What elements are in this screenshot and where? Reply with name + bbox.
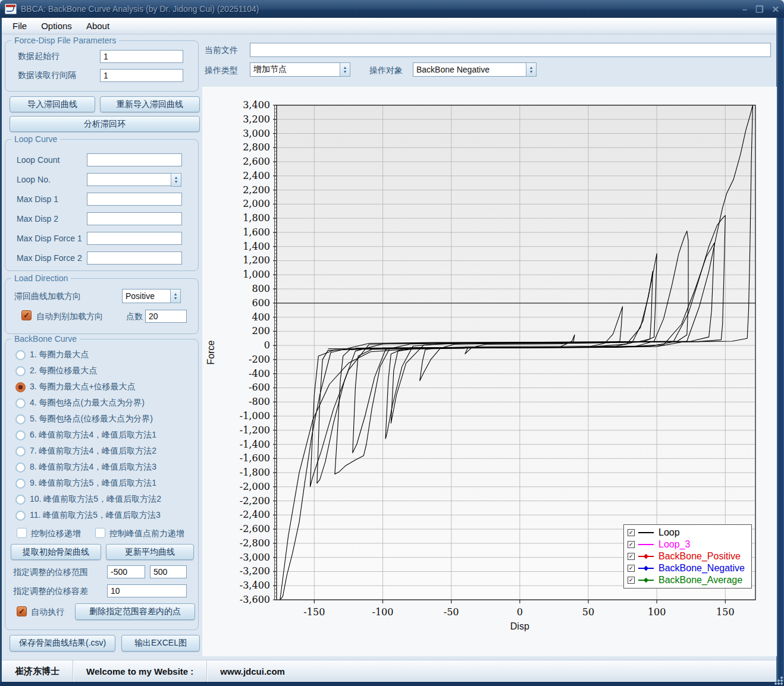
backbone-method-label: 6. 峰值前取方法4，峰值后取方法1 [30, 430, 156, 440]
adjust-tolerance-label: 指定调整的位移容差 [13, 586, 88, 597]
loop-field-input[interactable] [87, 153, 182, 166]
backbone-method-option[interactable]: 8. 峰值前取方法4，峰值后取方法3 [15, 462, 194, 473]
backbone-method-option[interactable]: 9. 峰值前取方法5，峰值后取方法1 [15, 478, 194, 489]
control-force-increase-checkbox[interactable] [95, 528, 105, 538]
loop-field-spinner[interactable]: ▲▼ [171, 173, 181, 187]
save-csv-button[interactable]: 保存骨架曲线结果(.csv) [10, 635, 115, 652]
reimport-curve-button[interactable]: 重新导入滞回曲线 [100, 96, 200, 112]
auto-direction-checkbox[interactable] [21, 310, 32, 320]
status-segment: www.jdcui.com [207, 660, 298, 682]
operation-type-value[interactable] [250, 62, 340, 77]
data-start-row-input[interactable] [100, 50, 183, 63]
loop-field-input[interactable] [87, 232, 182, 245]
range-max-input[interactable] [150, 565, 187, 578]
svg-text:-100: -100 [372, 606, 394, 618]
radio-icon [15, 350, 26, 360]
window-bottom-border [0, 682, 784, 686]
backbone-method-option[interactable]: 5. 每圈包络点(位移最大点为分界) [15, 414, 194, 424]
backbone-method-label: 5. 每圈包络点(位移最大点为分界) [30, 414, 153, 424]
extract-backbone-button[interactable]: 提取初始骨架曲线 [11, 544, 101, 560]
group-force-disp: Force-Disp File Parameters [5, 40, 199, 92]
radio-icon [15, 495, 26, 505]
legend-checkbox[interactable]: ✓ [628, 577, 635, 584]
range-min-input[interactable] [107, 565, 145, 578]
backbone-method-option[interactable]: 1. 每圈力最大点 [15, 350, 109, 360]
operation-target-spinner[interactable]: ▲▼ [526, 62, 537, 77]
current-file-input[interactable] [250, 43, 771, 57]
backbone-method-option[interactable]: 10. 峰值前取方法5，峰值后取方法2 [15, 494, 194, 505]
backbone-method-list: 1. 每圈力最大点 2. 每圈位移最大点 3. 每圈力最大点+位移最大点 4. … [15, 350, 194, 526]
legend-checkbox[interactable]: ✓ [628, 565, 635, 572]
backbone-method-label: 2. 每圈位移最大点 [30, 366, 98, 376]
control-disp-increase-label: 控制位移递增 [31, 528, 81, 539]
minimize-icon[interactable]: – [742, 5, 747, 14]
svg-text:-2,600: -2,600 [240, 523, 270, 534]
svg-text:-2,800: -2,800 [240, 537, 270, 549]
menu-item[interactable]: File [5, 19, 34, 33]
import-curve-button[interactable]: 导入滞回曲线 [10, 96, 95, 112]
legend-row: ✓ BackBone_Average [628, 574, 748, 586]
legend-row: ✓ Loop_3 [628, 539, 748, 550]
menu-item[interactable]: Options [34, 19, 79, 33]
maximize-icon[interactable]: ❐ [755, 5, 763, 14]
loop-field-input[interactable] [87, 173, 171, 186]
legend-line-sample [638, 568, 654, 569]
backbone-method-label: 9. 峰值前取方法5，峰值后取方法1 [30, 478, 156, 489]
backbone-method-label: 1. 每圈力最大点 [30, 350, 89, 360]
operation-type-label: 操作类型 [205, 65, 238, 76]
tolerance-input[interactable] [107, 584, 187, 597]
status-bar: 崔济东博士Welcome to my Website :www.jdcui.co… [2, 660, 776, 682]
resize-grip[interactable] [774, 676, 783, 685]
svg-text:-3,200: -3,200 [240, 565, 270, 577]
data-interval-input[interactable] [100, 69, 183, 82]
app-icon [5, 4, 17, 14]
load-direction-value[interactable] [122, 289, 171, 303]
svg-text:-3,400: -3,400 [240, 580, 270, 591]
radio-icon [15, 446, 26, 457]
group-backbone-title: BackBone Curve [11, 334, 80, 344]
loop-field-input[interactable] [87, 212, 182, 225]
operation-target-value[interactable] [413, 62, 526, 77]
legend-line-sample [638, 532, 654, 533]
backbone-method-option[interactable]: 4. 每圈包络点(力最大点为分界) [15, 398, 194, 408]
radio-icon [15, 366, 26, 376]
operation-target-label: 操作对象 [369, 65, 403, 76]
analyze-loops-button[interactable]: 分析滞回环 [10, 116, 200, 132]
operation-type-spinner[interactable]: ▲▼ [340, 62, 350, 77]
svg-text:2,600: 2,600 [243, 156, 270, 167]
legend-checkbox[interactable]: ✓ [628, 541, 635, 548]
chart-legend: ✓ Loop ✓ Loop_3 ✓ BackBone_Positive [623, 524, 752, 589]
backbone-method-label: 7. 峰值前取方法4，峰值后取方法2 [30, 446, 156, 457]
delete-points-button[interactable]: 删除指定范围容差内的点 [75, 603, 195, 620]
svg-text:2,400: 2,400 [243, 170, 270, 181]
window-right-border [776, 18, 784, 686]
radio-icon [15, 479, 26, 489]
legend-series-label: BackBone_Positive [658, 551, 741, 562]
radio-icon [15, 414, 26, 424]
backbone-method-option[interactable]: 6. 峰值前取方法4，峰值后取方法1 [15, 430, 194, 440]
close-icon[interactable]: ✕ [772, 5, 779, 14]
svg-text:2,000: 2,000 [243, 198, 270, 209]
svg-text:-2,400: -2,400 [240, 509, 270, 520]
loop-field-input[interactable] [87, 251, 182, 265]
update-average-button[interactable]: 更新平均曲线 [106, 544, 194, 560]
backbone-method-option[interactable]: 11. 峰值前取方法5，峰值后取方法3 [15, 510, 194, 521]
points-input[interactable] [145, 310, 187, 323]
load-direction-spinner[interactable]: ▲▼ [170, 289, 181, 303]
auto-direction-label: 自动判别加载方向 [36, 311, 103, 322]
legend-checkbox[interactable]: ✓ [628, 529, 635, 536]
export-excel-button[interactable]: 输出EXCEL图 [121, 635, 200, 652]
legend-checkbox[interactable]: ✓ [628, 553, 635, 560]
loop-field-input[interactable] [87, 193, 182, 206]
svg-text:-400: -400 [249, 368, 270, 379]
svg-text:600: 600 [252, 297, 270, 309]
control-disp-increase-checkbox[interactable] [17, 528, 27, 538]
auto-execute-checkbox[interactable] [17, 606, 27, 616]
svg-text:0: 0 [517, 606, 523, 618]
svg-text:150: 150 [716, 606, 735, 618]
backbone-method-option[interactable]: 3. 每圈力最大点+位移最大点 [15, 382, 194, 392]
backbone-method-option[interactable]: 7. 峰值前取方法4，峰值后取方法2 [15, 446, 194, 457]
backbone-method-option[interactable]: 2. 每圈位移最大点 [15, 366, 98, 376]
title-bar: BBCA: BackBone Curve Analysis (by Dr. Ji… [0, 0, 784, 18]
menu-item[interactable]: About [79, 19, 117, 33]
